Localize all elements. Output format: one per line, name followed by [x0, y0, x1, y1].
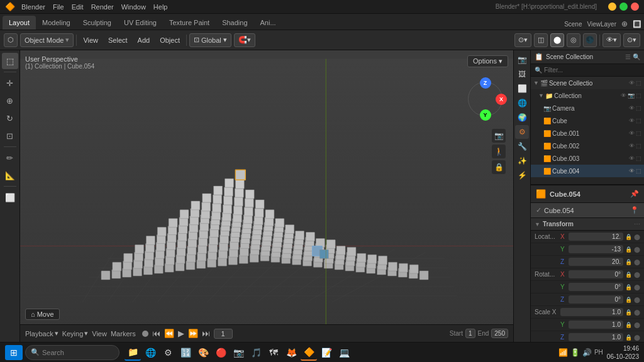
tree-item-scene-collection[interactable]: ▼ 🎬 Scene Collectio 👁 ⬚ — [531, 77, 644, 89]
view-menu-btn[interactable]: View — [79, 33, 102, 47]
rot-z-lock[interactable]: 🔒 — [625, 297, 632, 303]
workspace-add[interactable]: ⊕ — [621, 19, 628, 28]
tab-uv-editing[interactable]: UV Editing — [118, 16, 163, 30]
tree-item-cube003[interactable]: 🟧 Cube.003 👁 ⬚ — [531, 152, 644, 165]
object-mode-btn[interactable]: Object Mode▾ — [20, 33, 74, 47]
add-menu-btn[interactable]: Add — [134, 33, 154, 47]
cube003-vis-render[interactable]: ⬚ — [636, 155, 641, 162]
rot-x-dot[interactable]: ⬤ — [634, 272, 640, 278]
scale-x-dot[interactable]: ⬤ — [634, 309, 640, 315]
viewport-shading-solid[interactable]: ⬤ — [550, 33, 564, 47]
taskbar-app-red[interactable]: 🔴 — [213, 344, 229, 361]
taskbar-app-camera[interactable]: 📷 — [230, 344, 247, 361]
tool-add[interactable]: ⬜ — [2, 189, 18, 206]
loc-x-dot[interactable]: ⬤ — [634, 234, 640, 240]
transform-origin-btn[interactable]: ⊡Global▾ — [189, 33, 231, 47]
taskbar-app-map[interactable]: 🗺 — [265, 344, 282, 361]
cube004-vis-render[interactable]: ⬚ — [636, 168, 641, 174]
playback-dropdown[interactable]: Playback▾ — [25, 329, 58, 337]
play-btn[interactable]: ▶ — [178, 329, 184, 338]
scale-z-value[interactable]: 1.0 — [569, 333, 623, 341]
prev-frame-btn[interactable]: ⏪ — [164, 329, 174, 338]
taskbar-app-photos[interactable]: 🎨 — [195, 344, 211, 361]
minimize-btn[interactable] — [608, 3, 616, 11]
tab-sculpting[interactable]: Sculpting — [77, 16, 118, 30]
tool-cursor[interactable]: ✛ — [2, 75, 18, 91]
ri-physics-btn[interactable]: ⚡ — [515, 168, 529, 182]
taskbar-app-music[interactable]: 🎵 — [248, 344, 264, 361]
rot-z-value[interactable]: 0° — [569, 295, 623, 304]
menu-window[interactable]: Window — [121, 3, 146, 11]
taskbar-app-blender[interactable]: 🔶 — [301, 344, 317, 361]
tree-item-cube001[interactable]: 🟧 Cube.001 👁 ⬚ — [531, 127, 644, 140]
walkthrough-btn[interactable]: 🚶 — [492, 145, 506, 158]
rot-x-value[interactable]: 0° — [569, 270, 623, 278]
scale-x-value[interactable]: 1.0 — [560, 308, 623, 316]
end-frame[interactable]: 250 — [491, 329, 508, 338]
record-dot[interactable] — [142, 331, 148, 337]
cube003-vis-eye[interactable]: 👁 — [629, 155, 635, 162]
ri-modifier-btn[interactable]: 🔧 — [515, 140, 529, 153]
cam-vis-render[interactable]: ⬚ — [636, 105, 641, 111]
rot-y-lock[interactable]: 🔒 — [625, 284, 632, 290]
cube001-vis-eye[interactable]: 👁 — [629, 130, 635, 136]
tool-measure[interactable]: 📐 — [2, 167, 18, 184]
ri-output-btn[interactable]: 🖼 — [515, 67, 529, 81]
scale-z-dot[interactable]: ⬤ — [634, 334, 640, 341]
keying-dropdown[interactable]: Keying▾ — [62, 329, 89, 337]
collection-expand[interactable]: ▼ — [538, 92, 544, 99]
ri-render-btn[interactable]: 📷 — [515, 53, 529, 67]
object-menu-btn[interactable]: Object — [156, 33, 184, 47]
scene-dropdown[interactable]: Scene — [564, 21, 582, 28]
tool-box-select[interactable]: ⬚ — [2, 53, 18, 69]
transform-section-header[interactable]: ▼ Transform ⋯ — [531, 218, 644, 231]
clock[interactable]: 19:46 06-10-2023 — [607, 344, 639, 361]
close-btn[interactable] — [631, 3, 639, 11]
select-menu-btn[interactable]: Select — [104, 33, 131, 47]
menu-blender[interactable]: Blender — [21, 3, 45, 11]
tool-scale[interactable]: ⊡ — [2, 128, 18, 144]
tool-move[interactable]: ⊕ — [2, 92, 18, 109]
ri-world-btn[interactable]: 🌍 — [515, 111, 529, 124]
menu-edit[interactable]: Edit — [72, 3, 84, 11]
frame-current[interactable]: 1 — [214, 329, 233, 339]
start-frame[interactable]: 1 — [465, 329, 475, 338]
outliner-search-icon[interactable]: 🔍 — [633, 53, 640, 60]
loc-x-lock[interactable]: 🔒 — [625, 234, 632, 240]
vis-eye[interactable]: 👁 — [629, 80, 635, 86]
viewport-shading-mat[interactable]: ◎ — [567, 33, 580, 47]
taskbar-app-terminal[interactable]: 💻 — [336, 344, 352, 361]
tree-item-camera[interactable]: 📷 Camera 👁 ⬚ — [531, 102, 644, 114]
loc-x-value[interactable]: 12. — [569, 233, 623, 241]
outliner-search-input[interactable] — [544, 67, 640, 74]
col-vis-render[interactable]: ⬚ — [636, 92, 641, 99]
taskbar-app-calculator[interactable]: 🔢 — [177, 344, 194, 361]
loc-y-dot[interactable]: ⬤ — [634, 246, 640, 253]
proportional-edit-btn[interactable]: ⊙▾ — [514, 33, 531, 47]
maximize-btn[interactable] — [619, 3, 628, 11]
cam-vis-eye[interactable]: 👁 — [629, 105, 635, 111]
tree-item-collection[interactable]: ▼ 📁 Collection 👁 📷 ⬚ — [531, 89, 644, 102]
loc-z-dot[interactable]: ⬤ — [634, 259, 640, 265]
tab-texture-paint[interactable]: Texture Paint — [163, 16, 216, 30]
viewport-shading-render[interactable]: 🌑 — [583, 33, 597, 47]
gizmo-y-axis[interactable]: Y — [480, 109, 491, 121]
next-frame-btn[interactable]: ⏩ — [188, 329, 198, 338]
vis-filter[interactable]: ⬚ — [636, 80, 641, 86]
taskbar-app-settings[interactable]: ⚙ — [160, 344, 176, 361]
markers-dropdown[interactable]: Markers — [111, 330, 136, 337]
scale-y-lock[interactable]: 🔒 — [625, 322, 632, 328]
cube002-vis-eye[interactable]: 👁 — [629, 143, 635, 149]
jump-end-btn[interactable]: ⏭ — [202, 329, 210, 338]
scale-z-lock[interactable]: 🔒 — [625, 334, 632, 341]
viewlayer-dropdown[interactable]: ViewLayer — [587, 21, 616, 28]
camera-view-btn[interactable]: 📷 — [492, 129, 506, 143]
start-button[interactable]: ⊞ — [5, 345, 23, 360]
wifi-icon[interactable]: 📶 — [558, 348, 568, 357]
header-icon-1[interactable]: ⬡ — [4, 33, 18, 47]
jump-start-btn[interactable]: ⏮ — [152, 329, 160, 338]
tool-rotate[interactable]: ↻ — [2, 110, 18, 126]
rot-x-lock[interactable]: 🔒 — [625, 272, 632, 278]
taskbar-app-firefox[interactable]: 🦊 — [283, 344, 299, 361]
active-obj-pin[interactable]: 📌 — [630, 190, 639, 198]
